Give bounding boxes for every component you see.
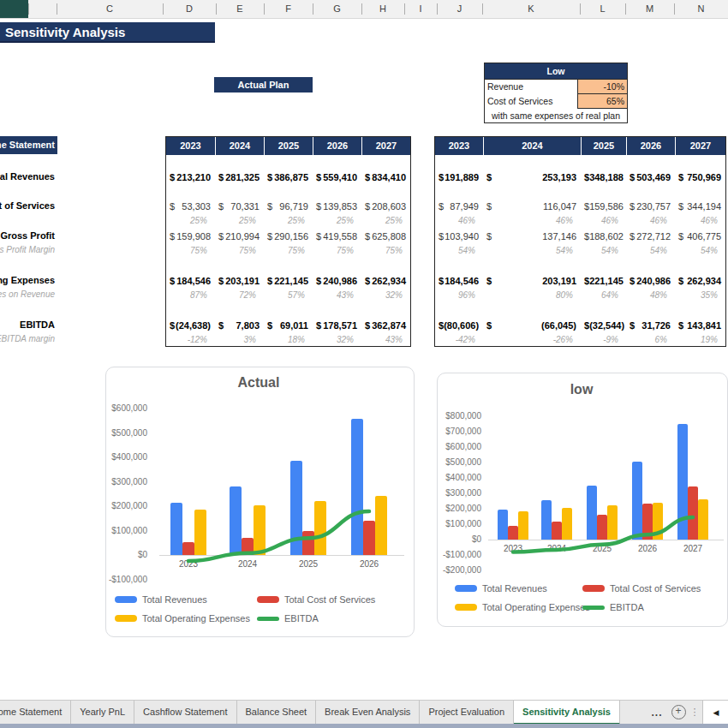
low-total-operating-expenses-2026[interactable]: $240,986 <box>626 274 675 288</box>
column-header-k[interactable]: K <box>482 0 580 18</box>
low-gross-profit-2025[interactable]: $188,602 <box>581 230 626 243</box>
actual-expenses-on-revenue-2024[interactable]: 72% <box>215 289 264 301</box>
actual-cost-of-services-2027[interactable]: $208,603 <box>361 200 410 213</box>
actual-total-operating-expenses-2027[interactable]: $262,934 <box>361 274 410 288</box>
column-header-n[interactable]: N <box>674 0 728 18</box>
low-ebitda-2026[interactable]: $31,726 <box>626 319 675 332</box>
actual-cost-pct-2024[interactable]: 25% <box>215 214 264 227</box>
low-gross-profit-margin-2026[interactable]: 54% <box>626 244 675 257</box>
actual-gross-profit-margin-2026[interactable]: 75% <box>313 244 361 257</box>
low-box-cost-input[interactable]: 65% <box>577 94 627 109</box>
actual-cost-of-services-2024[interactable]: $70,331 <box>215 200 264 213</box>
actual-expenses-on-revenue-2026[interactable]: 43% <box>313 289 361 301</box>
low-ebitda-margin-2023[interactable]: -42% <box>435 333 483 346</box>
low-gross-profit-margin-2023[interactable]: 54% <box>435 244 483 257</box>
column-header-i[interactable]: I <box>404 0 437 18</box>
low-expenses-on-revenue-2024[interactable]: 80% <box>483 289 581 301</box>
low-total-operating-expenses-2025[interactable]: $221,145 <box>581 274 626 288</box>
low-total-revenues-2023[interactable]: $191,889 <box>435 170 483 184</box>
actual-gross-profit-2024[interactable]: $210,994 <box>215 230 264 243</box>
column-header-j[interactable]: J <box>437 0 482 18</box>
low-cost-pct-2025[interactable]: 46% <box>581 214 626 227</box>
actual-ebitda-margin-2026[interactable]: 32% <box>313 333 361 346</box>
actual-gross-profit-margin-2027[interactable]: 75% <box>361 244 410 257</box>
low-total-revenues-2024[interactable]: $253,193 <box>483 170 581 184</box>
actual-cost-pct-2027[interactable]: 25% <box>361 214 410 227</box>
actual-ebitda-margin-2024[interactable]: 3% <box>215 333 264 346</box>
column-header-e[interactable]: E <box>216 0 264 18</box>
low-ebitda-margin-2026[interactable]: 6% <box>626 333 675 346</box>
low-gross-profit-2024[interactable]: $137,146 <box>483 230 581 243</box>
actual-ebitda-2023[interactable]: $(24,638) <box>166 319 215 332</box>
low-cost-of-services-2024[interactable]: $116,047 <box>483 200 581 213</box>
low-ebitda-2025[interactable]: $(32,544) <box>581 319 626 332</box>
sheet-tab-cashflow-statement[interactable]: Cashflow Statement <box>134 701 236 725</box>
low-gross-profit-margin-2025[interactable]: 54% <box>581 244 626 257</box>
column-header-h[interactable]: H <box>361 0 404 18</box>
low-ebitda-margin-2027[interactable]: 19% <box>675 333 725 346</box>
actual-cost-of-services-2026[interactable]: $139,853 <box>313 200 361 213</box>
low-gross-profit-2027[interactable]: $406,775 <box>675 230 725 243</box>
actual-total-operating-expenses-2023[interactable]: $184,546 <box>166 274 215 288</box>
low-total-revenues-2026[interactable]: $503,469 <box>626 170 675 184</box>
sheet-tab-break-even-analysis[interactable]: Break Even Analysis <box>316 701 420 725</box>
low-cost-of-services-2026[interactable]: $230,757 <box>626 200 675 213</box>
actual-cost-of-services-2025[interactable]: $96,719 <box>264 200 313 213</box>
actual-gross-profit-2023[interactable]: $159,908 <box>166 230 215 243</box>
actual-ebitda-2025[interactable]: $69,011 <box>264 319 313 332</box>
sheet-tab-balance-sheet[interactable]: Balance Sheet <box>237 701 317 725</box>
low-expenses-on-revenue-2027[interactable]: 35% <box>675 289 725 301</box>
actual-ebitda-2027[interactable]: $362,874 <box>361 319 410 332</box>
column-header-l[interactable]: L <box>580 0 625 18</box>
low-box-revenue-input[interactable]: -10% <box>577 80 627 94</box>
actual-ebitda-2024[interactable]: $7,803 <box>215 319 264 332</box>
low-cost-pct-2026[interactable]: 46% <box>626 214 675 227</box>
sheet-tab-project-evaluation[interactable]: Project Evaluation <box>420 701 514 725</box>
add-sheet-button[interactable]: + <box>670 701 687 724</box>
column-header-c[interactable]: C <box>57 0 163 18</box>
low-gross-profit-margin-2027[interactable]: 54% <box>675 244 725 257</box>
actual-expenses-on-revenue-2027[interactable]: 32% <box>361 289 410 301</box>
low-total-operating-expenses-2027[interactable]: $262,934 <box>675 274 725 288</box>
actual-ebitda-margin-2023[interactable]: -12% <box>166 333 215 346</box>
actual-cost-of-services-2023[interactable]: $53,303 <box>166 200 215 213</box>
low-ebitda-margin-2024[interactable]: -26% <box>483 333 581 346</box>
actual-total-operating-expenses-2025[interactable]: $221,145 <box>264 274 313 288</box>
actual-total-revenues-2027[interactable]: $834,410 <box>361 170 410 184</box>
actual-ebitda-margin-2025[interactable]: 18% <box>264 333 313 346</box>
low-ebitda-margin-2025[interactable]: -9% <box>581 333 626 346</box>
actual-cost-pct-2026[interactable]: 25% <box>313 214 361 227</box>
actual-gross-profit-2025[interactable]: $290,156 <box>264 230 313 243</box>
actual-cost-pct-2023[interactable]: 25% <box>166 214 215 227</box>
low-cost-of-services-2025[interactable]: $159,586 <box>581 200 626 213</box>
actual-gross-profit-2026[interactable]: $419,558 <box>313 230 361 243</box>
actual-gross-profit-margin-2023[interactable]: 75% <box>166 244 215 257</box>
scroll-left-icon[interactable]: ◀ <box>702 701 728 724</box>
actual-total-operating-expenses-2026[interactable]: $240,986 <box>313 274 361 288</box>
low-cost-of-services-2023[interactable]: $87,949 <box>435 200 483 213</box>
sheet-tab-yearly-pnl[interactable]: Yearly PnL <box>71 701 134 725</box>
low-ebitda-2024[interactable]: $(66,045) <box>483 319 581 332</box>
sheet-tab-sensitivity-analysis[interactable]: Sensitivity Analysis <box>514 701 620 725</box>
actual-ebitda-2026[interactable]: $178,571 <box>313 319 361 332</box>
column-header-m[interactable]: M <box>625 0 674 18</box>
low-cost-of-services-2027[interactable]: $344,194 <box>675 200 725 213</box>
low-total-operating-expenses-2024[interactable]: $203,191 <box>483 274 581 288</box>
low-gross-profit-2026[interactable]: $272,712 <box>626 230 675 243</box>
low-gross-profit-margin-2024[interactable]: 54% <box>483 244 581 257</box>
low-total-revenues-2025[interactable]: $348,188 <box>581 170 626 184</box>
column-header-f[interactable]: F <box>264 0 313 18</box>
low-expenses-on-revenue-2025[interactable]: 64% <box>581 289 626 301</box>
low-cost-pct-2024[interactable]: 46% <box>483 214 581 227</box>
actual-total-revenues-2023[interactable]: $213,210 <box>166 170 215 184</box>
actual-gross-profit-margin-2024[interactable]: 75% <box>215 244 264 257</box>
low-cost-pct-2023[interactable]: 46% <box>435 214 483 227</box>
column-header-d[interactable]: D <box>163 0 216 18</box>
low-ebitda-2023[interactable]: $(80,606) <box>435 319 483 332</box>
actual-expenses-on-revenue-2025[interactable]: 57% <box>264 289 313 301</box>
actual-total-revenues-2026[interactable]: $559,410 <box>313 170 361 184</box>
column-header-g[interactable]: G <box>313 0 361 18</box>
low-gross-profit-2023[interactable]: $103,940 <box>435 230 483 243</box>
low-expenses-on-revenue-2023[interactable]: 96% <box>435 289 483 301</box>
kebab-menu-icon[interactable]: ⋮ <box>689 701 700 724</box>
